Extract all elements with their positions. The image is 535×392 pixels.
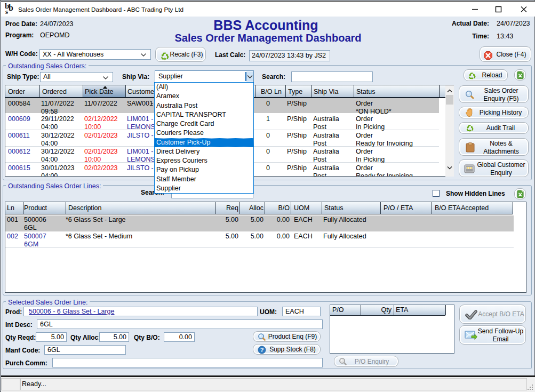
- svg-text:?: ?: [260, 347, 264, 353]
